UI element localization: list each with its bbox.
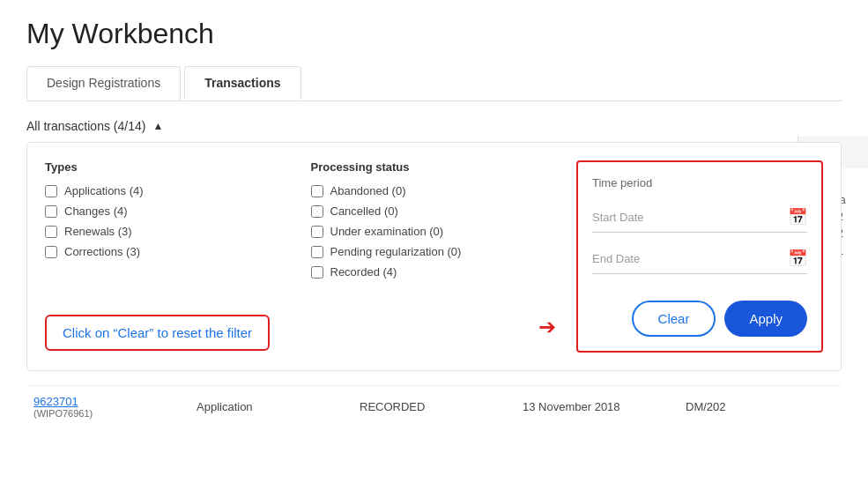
checkbox-pending-regularization[interactable]: Pending regularization (0): [311, 245, 560, 258]
tabs-container: Design Registrations Transactions: [26, 66, 842, 101]
table-col-id: 9623701 (WIPO76961): [26, 395, 189, 419]
checkbox-cancelled[interactable]: Cancelled (0): [311, 204, 560, 218]
table-section: 9623701 (WIPO76961) Application RECORDED…: [26, 385, 842, 427]
table-col-ref: DM/202: [679, 400, 842, 413]
end-date-field: End Date 📅: [592, 243, 807, 274]
chevron-icon: ▲: [152, 120, 163, 132]
checkbox-corrections[interactable]: Corrections (3): [45, 245, 293, 258]
checkbox-recorded[interactable]: Recorded (4): [311, 265, 560, 279]
time-period-section: Time period Start Date 📅 End Date 📅 Clea…: [576, 160, 823, 353]
tooltip-box: Click on “Clear” to reset the filter: [45, 315, 270, 351]
page-title: My Workbench: [26, 18, 842, 50]
start-date-label: Start Date: [592, 211, 644, 224]
clear-button[interactable]: Clear: [632, 301, 716, 337]
filter-buttons-row: Clear Apply: [592, 301, 807, 337]
end-date-label: End Date: [592, 252, 640, 265]
apply-button[interactable]: Apply: [724, 301, 807, 337]
start-date-field: Start Date 📅: [592, 202, 807, 233]
processing-status-section: Processing status Abandoned (0) Cancelle…: [311, 160, 577, 353]
types-title: Types: [45, 160, 293, 174]
application-id-link[interactable]: 9623701: [33, 395, 78, 408]
table-col-type: Application: [189, 400, 352, 413]
tab-design-registrations[interactable]: Design Registrations: [26, 66, 181, 100]
start-date-calendar-icon[interactable]: 📅: [788, 207, 807, 227]
arrow-icon: ➔: [538, 315, 556, 339]
end-date-calendar-icon[interactable]: 📅: [788, 249, 807, 268]
application-sub: (WIPO76961): [33, 408, 182, 419]
tab-transactions[interactable]: Transactions: [184, 66, 300, 100]
checkbox-under-examination[interactable]: Under examination (0): [311, 225, 560, 238]
table-col-date: 13 November 2018: [516, 400, 679, 413]
page-container: My Workbench Design Registrations Transa…: [0, 0, 868, 483]
filter-header[interactable]: All transactions (4/14) ▲: [26, 119, 842, 133]
table-row: 9623701 (WIPO76961) Application RECORDED…: [26, 385, 842, 427]
filter-panel: Types Applications (4) Changes (4) Renew…: [26, 142, 842, 371]
checkbox-abandoned[interactable]: Abandoned (0): [311, 184, 560, 197]
checkbox-changes[interactable]: Changes (4): [45, 204, 293, 218]
checkbox-applications[interactable]: Applications (4): [45, 184, 293, 197]
checkbox-renewals[interactable]: Renewals (3): [45, 225, 293, 238]
table-col-status: RECORDED: [352, 400, 516, 413]
time-period-title: Time period: [592, 176, 807, 189]
processing-status-title: Processing status: [311, 160, 560, 174]
